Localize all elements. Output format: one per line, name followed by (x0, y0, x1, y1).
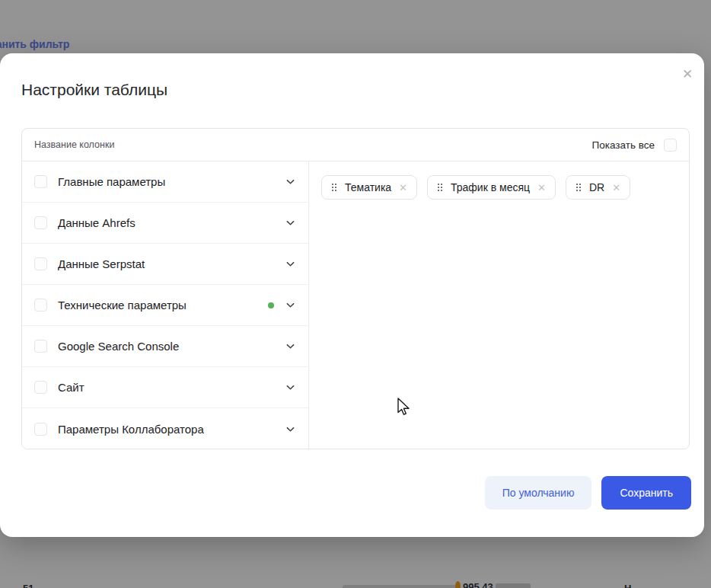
category-row[interactable]: Технические параметры (22, 285, 308, 326)
columns-panel: Название колонки Показать все Главные па… (21, 128, 690, 449)
chevron-down-icon (285, 217, 296, 228)
category-checkbox[interactable] (34, 381, 47, 394)
category-label: Параметры Коллаборатора (58, 423, 204, 436)
category-label: Сайт (58, 381, 84, 394)
category-label: Главные параметры (58, 175, 165, 188)
modal-title: Настройки таблицы (21, 81, 167, 99)
drag-handle-icon[interactable] (437, 183, 443, 192)
drag-handle-icon[interactable] (331, 183, 337, 192)
category-checkbox[interactable] (34, 216, 47, 229)
modal-footer: По умолчанию Сохранить (485, 476, 691, 510)
chevron-down-icon (285, 299, 296, 311)
selected-column-chip[interactable]: Трафик в месяц ✕ (427, 175, 556, 200)
drag-handle-icon[interactable] (575, 183, 582, 192)
category-row[interactable]: Google Search Console (22, 326, 308, 367)
category-label: Технические параметры (58, 299, 187, 312)
category-label: Данные Ahrefs (58, 216, 136, 229)
save-button[interactable]: Сохранить (601, 476, 691, 510)
active-indicator-dot (268, 302, 274, 308)
category-checkbox[interactable] (34, 299, 47, 312)
chip-remove-icon[interactable]: ✕ (537, 183, 546, 193)
panel-header: Название колонки Показать все (22, 129, 689, 161)
chip-label: DR (589, 181, 604, 193)
chevron-down-icon (285, 258, 296, 270)
selected-column-chip[interactable]: DR ✕ (566, 175, 630, 200)
show-all-checkbox[interactable] (664, 139, 677, 152)
category-row[interactable]: Параметры Коллаборатора (22, 408, 308, 449)
chip-label: Трафик в месяц (451, 181, 530, 193)
category-row[interactable]: Данные Ahrefs (22, 203, 308, 244)
category-row[interactable]: Сайт (22, 367, 308, 408)
category-checkbox[interactable] (34, 175, 47, 188)
show-all-label: Показать все (592, 139, 655, 151)
page-root: Сохранить фильтр 51 995.43 Н ✕ Настройки… (0, 0, 711, 588)
table-settings-modal: ✕ Настройки таблицы Название колонки Пок… (0, 53, 704, 537)
category-checkbox[interactable] (34, 423, 47, 436)
chevron-down-icon (285, 423, 296, 435)
category-label: Google Search Console (58, 340, 179, 353)
chevron-down-icon (285, 176, 296, 187)
chevron-down-icon (285, 340, 296, 352)
selected-column-chip[interactable]: Тематика ✕ (321, 175, 417, 200)
category-row[interactable]: Данные Serpstat (22, 244, 308, 285)
column-name-header: Название колонки (34, 139, 114, 150)
close-icon[interactable]: ✕ (678, 66, 697, 84)
category-checkbox[interactable] (34, 340, 47, 353)
default-button[interactable]: По умолчанию (485, 476, 592, 510)
panel-body: Главные параметры Данные Ahrefs Данные S… (22, 161, 689, 449)
category-row[interactable]: Главные параметры (22, 161, 308, 203)
selected-columns-area: Тематика ✕ Трафик в месяц ✕ DR ✕ (309, 161, 689, 449)
category-list: Главные параметры Данные Ahrefs Данные S… (22, 161, 309, 449)
chip-label: Тематика (345, 181, 391, 193)
show-all-control[interactable]: Показать все (592, 139, 677, 152)
category-checkbox[interactable] (34, 257, 47, 270)
category-label: Данные Serpstat (58, 257, 145, 270)
chip-remove-icon[interactable]: ✕ (399, 183, 407, 193)
chip-remove-icon[interactable]: ✕ (612, 183, 620, 193)
chevron-down-icon (285, 382, 296, 393)
